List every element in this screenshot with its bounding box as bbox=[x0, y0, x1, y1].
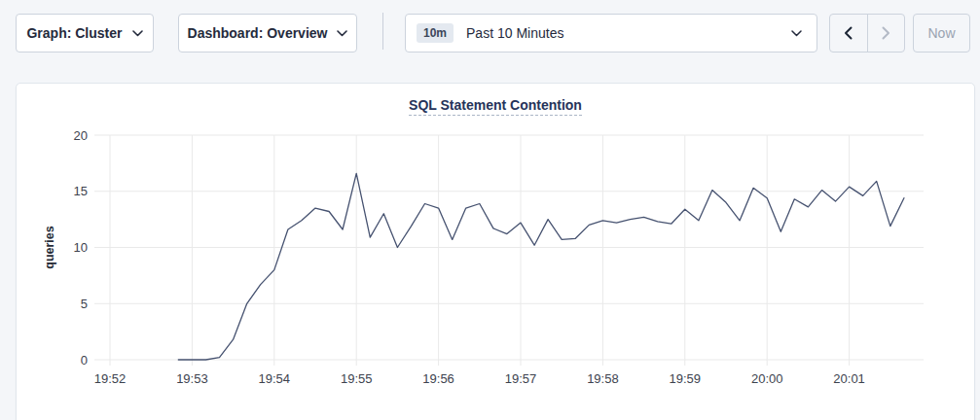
svg-text:5: 5 bbox=[81, 297, 88, 311]
svg-text:19:57: 19:57 bbox=[505, 371, 537, 386]
svg-text:19:58: 19:58 bbox=[587, 371, 619, 386]
graph-dropdown-label: Graph: Cluster bbox=[26, 25, 122, 41]
toolbar-divider bbox=[382, 13, 383, 50]
graph-dropdown[interactable]: Graph: Cluster bbox=[16, 14, 154, 52]
chevron-down-icon bbox=[132, 30, 143, 37]
time-window-badge: 10m bbox=[417, 23, 454, 43]
chevron-right-icon bbox=[882, 26, 890, 40]
time-window-label: Past 10 Minutes bbox=[466, 25, 791, 41]
svg-text:19:53: 19:53 bbox=[176, 371, 208, 386]
contention-chart[interactable]: 0510152019:5219:5319:5419:5519:5619:5719… bbox=[17, 84, 976, 420]
metrics-dashboard-page: { "toolbar": { "graph_dropdown_label": "… bbox=[0, 0, 980, 420]
svg-text:19:55: 19:55 bbox=[341, 371, 373, 386]
time-shift-button-group bbox=[829, 14, 905, 52]
chevron-down-icon bbox=[791, 30, 802, 37]
svg-text:20:01: 20:01 bbox=[833, 371, 865, 386]
chevron-left-icon bbox=[844, 26, 853, 40]
chevron-down-icon bbox=[337, 30, 347, 37]
svg-text:10: 10 bbox=[74, 240, 88, 255]
svg-text:19:52: 19:52 bbox=[94, 371, 127, 386]
svg-text:19:54: 19:54 bbox=[259, 371, 291, 386]
now-button[interactable]: Now bbox=[913, 14, 970, 52]
svg-text:20: 20 bbox=[74, 128, 88, 143]
previous-time-window-button[interactable] bbox=[830, 15, 867, 52]
svg-text:15: 15 bbox=[74, 184, 88, 198]
next-time-window-button[interactable] bbox=[867, 15, 905, 52]
time-range-picker[interactable]: 10m Past 10 Minutes bbox=[405, 14, 817, 52]
svg-text:0: 0 bbox=[81, 353, 88, 368]
svg-text:queries: queries bbox=[43, 226, 56, 269]
now-button-label: Now bbox=[927, 25, 955, 41]
svg-text:19:56: 19:56 bbox=[422, 371, 454, 386]
dashboard-dropdown-label: Dashboard: Overview bbox=[188, 25, 328, 41]
sql-statement-contention-card: SQL Statement Contention 0510152019:5219… bbox=[16, 83, 975, 420]
svg-text:19:59: 19:59 bbox=[670, 371, 702, 386]
dashboard-dropdown[interactable]: Dashboard: Overview bbox=[178, 14, 357, 52]
svg-text:20:00: 20:00 bbox=[751, 371, 783, 386]
